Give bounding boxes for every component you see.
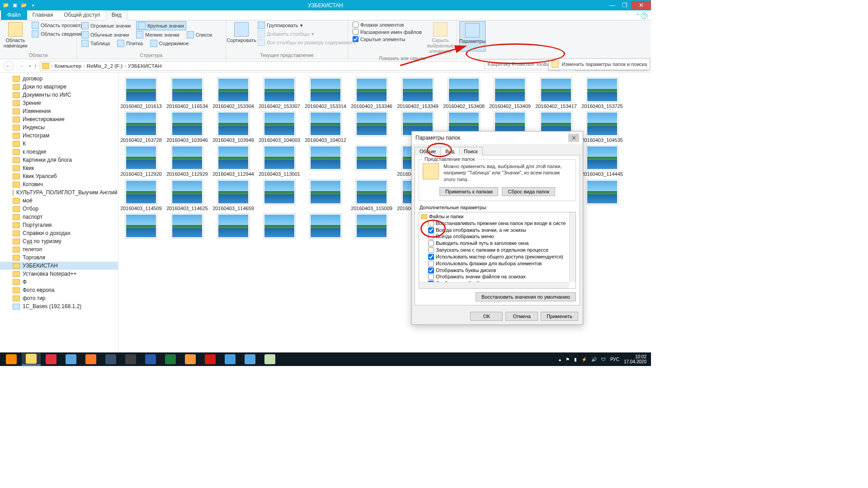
reset-folders-button[interactable]: Сброс вида папок: [502, 187, 555, 196]
tray-up-icon[interactable]: ▴: [559, 357, 561, 362]
file-item[interactable]: 20160402_153346: [352, 77, 392, 109]
tree-node[interactable]: договор: [0, 75, 118, 83]
advanced-settings-list[interactable]: Файлы и папки Восстанавливать прежние ок…: [419, 212, 576, 289]
file-item[interactable]: [259, 213, 299, 239]
hide-selected-button[interactable]: Скрыть выбранные элементы: [425, 21, 455, 55]
taskbar-app[interactable]: [181, 353, 200, 366]
taskbar-app[interactable]: [2, 353, 21, 366]
ok-button[interactable]: ОК: [470, 312, 503, 321]
file-item[interactable]: 20160402_153408: [444, 77, 484, 109]
taskbar-app[interactable]: [201, 353, 220, 366]
file-item[interactable]: [352, 145, 392, 177]
qat-new-folder-icon[interactable]: 📂: [20, 1, 28, 9]
fit-columns-button[interactable]: Все столбцы по размеру содержимого: [256, 38, 357, 47]
tree-node[interactable]: моё: [0, 197, 118, 205]
chk-hidden[interactable]: Скрытые элементы: [351, 36, 424, 42]
layout-table[interactable]: Таблица: [80, 39, 112, 47]
advanced-option[interactable]: Отображать буквы дисков: [420, 267, 569, 274]
advanced-option[interactable]: Выводить полный путь в заголовке окна: [420, 240, 569, 247]
tree-node[interactable]: Документы по ИИС: [0, 91, 118, 99]
folder-tree[interactable]: договорДоки по квартиреДокументы по ИИСЗ…: [0, 73, 118, 357]
tree-node[interactable]: Установка Notepad++: [0, 270, 118, 278]
tree-node[interactable]: Отбор: [0, 205, 118, 213]
tab-share[interactable]: Общий доступ: [58, 10, 106, 20]
tab-file[interactable]: Файл: [1, 10, 27, 20]
tree-node[interactable]: 1С_Bases (192.168.1.2): [0, 302, 118, 310]
file-item[interactable]: 20160403_104003: [259, 111, 299, 143]
taskbar-app[interactable]: [81, 353, 100, 366]
taskbar-app[interactable]: [141, 353, 160, 366]
file-item[interactable]: [167, 213, 207, 239]
tree-node[interactable]: Ф: [0, 278, 118, 286]
file-item[interactable]: [306, 145, 345, 177]
tree-node[interactable]: Фото европа: [0, 286, 118, 294]
tree-node[interactable]: Инстограм: [0, 131, 118, 140]
tray-flag-icon[interactable]: ⚑: [566, 357, 570, 362]
file-item[interactable]: 20160403_104012: [306, 111, 345, 143]
taskbar-app[interactable]: [260, 353, 279, 366]
file-item[interactable]: 20160403_114509: [121, 179, 161, 211]
file-item[interactable]: [121, 213, 161, 239]
tree-node[interactable]: к поездке: [0, 148, 118, 156]
file-item[interactable]: 20160402_153728: [121, 111, 161, 143]
tree-node[interactable]: телетоп: [0, 245, 118, 253]
file-item[interactable]: 20160402_153314: [306, 77, 345, 109]
file-item[interactable]: 20160403_103946: [167, 111, 207, 143]
breadcrumb-computer[interactable]: Компьютер: [55, 63, 82, 69]
file-item[interactable]: [306, 179, 345, 211]
file-item[interactable]: 20160403_114625: [167, 179, 207, 211]
add-columns-button[interactable]: Добавить столбцы ▾: [256, 30, 357, 38]
qat-folder-icon[interactable]: 📁: [2, 1, 10, 9]
advanced-option[interactable]: Использовать флажки для выбора элементов: [420, 260, 569, 267]
layout-content[interactable]: Содержимое: [148, 39, 191, 47]
tray-clock[interactable]: 10:02 17.04.2020: [624, 354, 646, 364]
file-item[interactable]: 20160403_112944: [213, 145, 253, 177]
file-item[interactable]: 20160402_153349: [398, 77, 438, 109]
file-item[interactable]: 20160403_115009: [352, 179, 392, 211]
tree-node[interactable]: Изменения: [0, 107, 118, 115]
taskbar-app[interactable]: [42, 353, 61, 366]
tree-node[interactable]: К: [0, 140, 118, 148]
file-item[interactable]: [582, 179, 622, 211]
scrollbar-horizontal[interactable]: [419, 282, 569, 288]
up-button[interactable]: ↑: [34, 62, 37, 70]
dialog-tab-view[interactable]: Вид: [440, 147, 459, 155]
advanced-option[interactable]: Всегда отображать меню: [420, 233, 569, 240]
restore-defaults-button[interactable]: Восстановить значения по умолчанию: [476, 292, 576, 301]
tree-node[interactable]: Индексы: [0, 123, 118, 131]
file-item[interactable]: 20160403_113001: [259, 145, 299, 177]
layout-tile[interactable]: Плитка: [115, 39, 145, 47]
tree-node[interactable]: Квик Уралсиб: [0, 172, 118, 180]
file-item[interactable]: 20160403_114445: [582, 145, 622, 177]
layout-normal[interactable]: Обычные значки: [80, 31, 131, 39]
tree-node[interactable]: Португалия: [0, 221, 118, 229]
advanced-option[interactable]: Запускать окна с папками в отдельном про…: [420, 247, 569, 253]
file-item[interactable]: 20160402_101613: [121, 77, 161, 109]
tree-node[interactable]: Квик: [0, 164, 118, 172]
dialog-tab-general[interactable]: Общие: [415, 147, 441, 155]
taskbar-app[interactable]: [241, 353, 259, 366]
taskbar-app[interactable]: [221, 353, 240, 366]
taskbar-app[interactable]: [101, 353, 120, 366]
tray-volume-icon[interactable]: 🔊: [591, 357, 597, 362]
apply-button[interactable]: Применить: [541, 312, 578, 321]
file-item[interactable]: 20160403_112920: [121, 145, 161, 177]
tree-node[interactable]: Доки по квартире: [0, 83, 118, 91]
options-dropdown-item[interactable]: Изменить параметры папок и поиска: [548, 58, 650, 70]
back-button[interactable]: ←: [4, 61, 14, 71]
tray-network-icon[interactable]: ▮: [574, 357, 577, 362]
apply-to-folders-button[interactable]: Применить к папкам: [439, 187, 499, 196]
taskbar-app[interactable]: [121, 353, 140, 366]
tree-node[interactable]: Справки о доходах: [0, 229, 118, 237]
qat-properties-icon[interactable]: ▣: [11, 1, 19, 9]
file-item[interactable]: [213, 213, 253, 239]
layout-small[interactable]: Мелкие значки: [134, 31, 181, 39]
file-item[interactable]: 20160403_112929: [167, 145, 207, 177]
tray-power-icon[interactable]: ⚡: [581, 357, 587, 362]
file-item[interactable]: 20160402_153417: [536, 77, 576, 109]
tree-node[interactable]: Торговля: [0, 253, 118, 262]
layout-list[interactable]: Список: [185, 31, 214, 39]
sort-button[interactable]: Сортировать: [229, 21, 254, 52]
advanced-option[interactable]: Использовать мастер общего доступа (реко…: [420, 253, 569, 260]
breadcrumb-drive[interactable]: ReMix_2_2 (F:): [87, 63, 123, 69]
